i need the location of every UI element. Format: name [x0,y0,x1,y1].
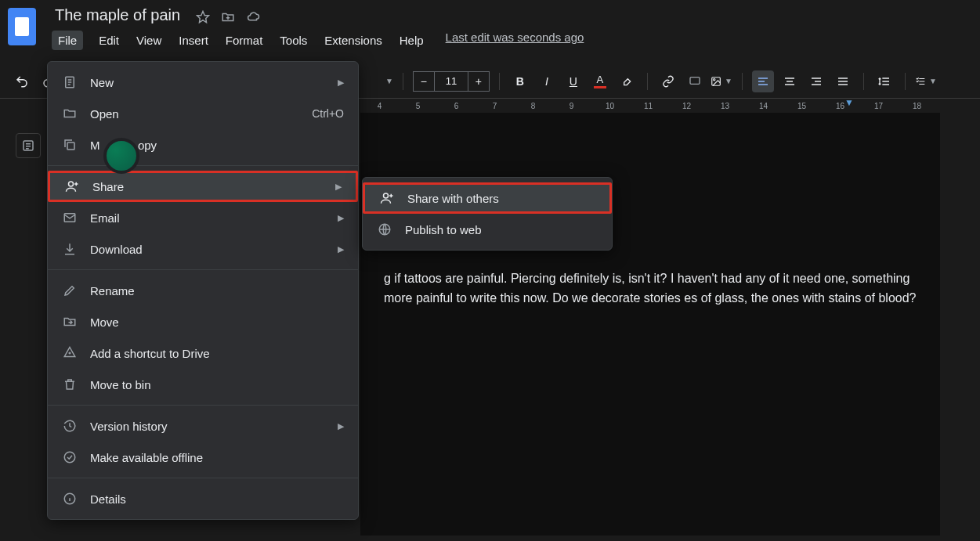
font-size-value[interactable]: 11 [435,71,468,92]
menu-details[interactable]: Details [48,483,358,514]
download-icon [62,242,78,256]
submenu-publish-label: Publish to web [405,223,482,236]
svg-point-11 [384,193,389,198]
menu-share-label: Share [92,180,124,193]
ruler: 456789101112131415161718 [360,99,980,113]
font-size-decrease[interactable]: − [413,71,435,92]
align-left-button[interactable] [752,70,774,92]
menu-help[interactable]: Help [398,31,425,50]
menu-open-shortcut: Ctrl+O [312,107,344,120]
check-circle-icon [62,450,78,464]
menu-insert[interactable]: Insert [177,31,210,50]
menu-version-history[interactable]: Version history ▶ [48,410,358,442]
person-add-icon [379,191,395,205]
file-menu: New ▶ Open Ctrl+O Make a copy Share ▶ Em… [47,61,359,520]
menu-extensions[interactable]: Extensions [323,31,383,50]
chevron-right-icon: ▶ [338,213,344,223]
menu-bin-label: Move to bin [90,378,151,391]
link-button[interactable] [657,70,679,92]
info-icon [62,492,78,506]
move-icon [62,315,78,329]
svg-point-9 [64,452,75,463]
image-button[interactable]: ▼ [711,70,732,92]
font-size-control: − 11 + [413,71,490,92]
svg-point-3 [713,78,714,80]
star-icon[interactable] [196,10,210,24]
user-avatar[interactable] [103,138,139,174]
font-dropdown-caret-icon[interactable]: ▼ [385,77,393,85]
submenu-publish-to-web[interactable]: Publish to web [363,214,612,245]
email-icon [62,211,78,225]
undo-button[interactable] [11,70,33,92]
menu-view[interactable]: View [135,31,163,50]
menu-open[interactable]: Open Ctrl+O [48,98,358,129]
menu-details-label: Details [90,492,126,506]
menu-add-shortcut[interactable]: Add a shortcut to Drive [48,337,358,369]
menu-rename[interactable]: Rename [48,275,358,306]
menu-make-copy[interactable]: Make a copy [48,129,358,160]
menu-share[interactable]: Share ▶ [48,171,358,202]
last-edit-link[interactable]: Last edit was seconds ago [446,31,584,50]
underline-button[interactable]: U [562,70,584,92]
svg-point-7 [69,182,74,186]
menu-move-to-bin[interactable]: Move to bin [48,369,358,400]
share-submenu: Share with others Publish to web [362,177,613,251]
bold-button[interactable]: B [509,70,531,92]
menu-download-label: Download [90,243,143,256]
document-page[interactable]: g if tattoos are painful. Piercing defin… [360,113,940,536]
docs-logo[interactable] [8,8,36,45]
menu-bar: File Edit View Insert Format Tools Exten… [52,31,972,50]
comment-button[interactable] [684,70,706,92]
history-icon [62,419,78,433]
text-color-button[interactable]: A [589,70,611,92]
menu-open-label: Open [90,107,119,121]
menu-tools[interactable]: Tools [278,31,309,50]
trash-icon [62,377,78,391]
chevron-right-icon: ▶ [338,244,344,254]
cloud-status-icon[interactable] [246,10,260,24]
drive-shortcut-icon [62,346,78,360]
submenu-share-with-others[interactable]: Share with others [363,182,612,214]
line-spacing-button[interactable] [873,70,895,92]
chevron-right-icon: ▶ [335,182,342,192]
svg-rect-1 [690,77,700,84]
menu-move-label: Move [90,316,119,329]
align-justify-button[interactable] [832,70,854,92]
menu-email-label: Email [90,211,120,225]
menu-download[interactable]: Download ▶ [48,233,358,265]
align-center-button[interactable] [779,70,801,92]
copy-icon [62,138,78,152]
menu-version-label: Version history [90,420,167,433]
menu-rename-label: Rename [90,284,135,298]
menu-edit[interactable]: Edit [97,31,121,50]
globe-icon [377,222,392,236]
menu-offline-label: Make available offline [90,451,203,464]
font-size-increase[interactable]: + [468,71,490,92]
menu-new[interactable]: New ▶ [48,67,358,98]
chevron-right-icon: ▶ [338,421,344,431]
menu-offline[interactable]: Make available offline [48,442,358,473]
menu-add-shortcut-label: Add a shortcut to Drive [90,347,210,360]
document-title[interactable]: The maple of pain [52,5,183,26]
outline-toggle-button[interactable] [16,133,41,158]
move-folder-icon[interactable] [221,10,235,24]
highlight-button[interactable] [616,70,638,92]
checklist-button[interactable]: ▼ [915,70,937,92]
ruler-marker-icon[interactable]: ▼ [844,97,854,108]
menu-email[interactable]: Email ▶ [48,202,358,233]
document-icon [62,75,78,89]
folder-icon [62,106,78,121]
menu-format[interactable]: Format [224,31,265,50]
menu-new-label: New [90,76,114,89]
svg-marker-0 [197,12,209,23]
pencil-icon [62,283,78,298]
align-right-button[interactable] [805,70,827,92]
menu-move[interactable]: Move [48,306,358,337]
menu-file[interactable]: File [52,31,83,50]
submenu-share-label: Share with others [407,192,499,205]
chevron-right-icon: ▶ [338,78,344,88]
svg-rect-6 [67,142,74,150]
person-add-icon [64,179,80,193]
italic-button[interactable]: I [536,70,558,92]
document-body-text: g if tattoos are painful. Piercing defin… [384,269,917,308]
